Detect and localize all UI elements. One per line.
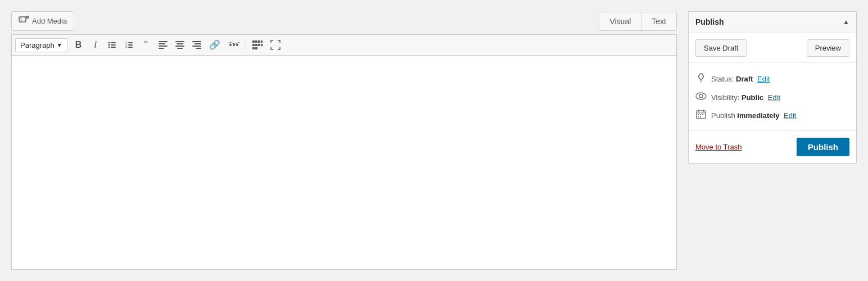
svg-point-1 — [21, 18, 22, 19]
editor-section: Add Media Visual Text Paragraph ▼ B I — [11, 11, 677, 270]
svg-rect-13 — [128, 42, 133, 43]
status-value: Draft — [736, 75, 753, 83]
editor-top-bar: Add Media Visual Text — [11, 11, 677, 31]
paragraph-dropdown-icon: ▼ — [57, 42, 62, 48]
svg-rect-52 — [698, 114, 699, 115]
svg-rect-55 — [698, 116, 699, 117]
svg-rect-22 — [175, 41, 184, 42]
svg-rect-9 — [111, 44, 116, 46]
svg-rect-33 — [252, 40, 255, 43]
svg-rect-28 — [192, 46, 201, 47]
status-edit-link[interactable]: Edit — [757, 75, 770, 83]
preview-button[interactable]: Preview — [807, 39, 849, 57]
editor-toolbar: Paragraph ▼ B I 1. 2. — [11, 34, 677, 55]
svg-rect-54 — [702, 114, 703, 115]
publish-header: Publish ▲ — [689, 12, 856, 33]
svg-rect-7 — [111, 42, 116, 43]
align-left-button[interactable] — [155, 37, 171, 53]
sidebar: Publish ▲ Save Draft Preview — [688, 11, 857, 270]
svg-point-8 — [108, 44, 110, 46]
tab-text[interactable]: Text — [641, 12, 676, 30]
svg-rect-23 — [177, 43, 183, 44]
publish-box: Publish ▲ Save Draft Preview — [688, 11, 857, 164]
add-media-icon — [19, 15, 29, 27]
publish-time-label: Publish — [711, 111, 735, 120]
svg-rect-29 — [196, 48, 201, 49]
bold-button[interactable]: B — [71, 37, 87, 53]
editor-content-area[interactable] — [11, 55, 677, 270]
visibility-edit-link[interactable]: Edit — [768, 93, 780, 102]
svg-rect-11 — [111, 47, 116, 48]
publish-meta: Status: Draft Edit Visibility: — [689, 63, 856, 131]
svg-text:3.: 3. — [125, 45, 128, 48]
svg-point-32 — [236, 44, 238, 46]
publish-button[interactable]: Publish — [797, 138, 849, 156]
status-text: Status: Draft Edit — [711, 75, 770, 83]
svg-point-30 — [229, 44, 232, 46]
svg-rect-17 — [128, 47, 133, 48]
status-row: Status: Draft Edit — [695, 69, 849, 89]
publish-collapse-button[interactable]: ▲ — [843, 18, 849, 26]
toolbar-toggle-button[interactable] — [249, 37, 266, 53]
svg-rect-24 — [175, 46, 184, 47]
svg-rect-34 — [255, 40, 257, 43]
unordered-list-button[interactable] — [105, 37, 120, 53]
status-icon — [695, 72, 707, 85]
svg-rect-18 — [159, 41, 168, 42]
visibility-value: Public — [742, 93, 763, 102]
svg-rect-39 — [258, 44, 260, 46]
svg-point-47 — [699, 94, 703, 98]
publish-time-text: Publish immediately Edit — [711, 111, 796, 120]
visibility-label: Visibility: — [711, 93, 739, 102]
publish-footer: Move to Trash Publish — [689, 131, 856, 163]
publish-time-icon — [695, 109, 707, 121]
publish-actions: Save Draft Preview — [689, 33, 856, 63]
publish-box-title: Publish — [695, 17, 724, 26]
svg-point-10 — [108, 47, 110, 48]
add-media-button[interactable]: Add Media — [11, 11, 74, 31]
svg-point-46 — [696, 93, 706, 99]
svg-marker-2 — [19, 20, 26, 22]
dinkus-button[interactable] — [225, 37, 243, 53]
fullscreen-button[interactable] — [267, 37, 284, 53]
tab-visual[interactable]: Visual — [599, 12, 641, 30]
svg-rect-37 — [252, 44, 255, 46]
svg-rect-56 — [700, 116, 701, 117]
svg-point-6 — [108, 42, 110, 44]
visibility-row: Visibility: Public Edit — [695, 89, 849, 106]
paragraph-format-label: Paragraph — [20, 41, 55, 49]
svg-rect-20 — [159, 46, 168, 47]
visibility-icon — [695, 92, 707, 102]
svg-rect-38 — [255, 44, 257, 46]
view-tabs: Visual Text — [599, 12, 677, 31]
paragraph-format-select[interactable]: Paragraph ▼ — [15, 38, 67, 52]
svg-rect-26 — [192, 41, 201, 42]
align-center-button[interactable] — [172, 37, 188, 53]
blockquote-button[interactable]: " — [138, 37, 154, 53]
svg-rect-15 — [128, 44, 133, 46]
visibility-text: Visibility: Public Edit — [711, 93, 780, 102]
svg-rect-21 — [159, 48, 164, 49]
italic-button[interactable]: I — [88, 37, 103, 53]
save-draft-button[interactable]: Save Draft — [695, 39, 747, 57]
ordered-list-button[interactable]: 1. 2. 3. — [121, 37, 137, 53]
insert-link-button[interactable]: 🔗 — [206, 37, 224, 53]
svg-rect-25 — [177, 48, 183, 49]
svg-point-44 — [699, 74, 703, 79]
move-to-trash-link[interactable]: Move to Trash — [695, 143, 742, 151]
svg-rect-41 — [252, 47, 255, 49]
svg-rect-42 — [255, 47, 257, 49]
svg-rect-53 — [700, 114, 701, 115]
svg-rect-40 — [261, 44, 263, 46]
svg-rect-19 — [159, 43, 165, 44]
align-right-button[interactable] — [189, 37, 205, 53]
svg-rect-36 — [261, 40, 263, 43]
toolbar-separator — [246, 39, 246, 51]
svg-rect-35 — [258, 40, 260, 43]
publish-time-value: immediately — [737, 111, 779, 120]
publish-time-edit-link[interactable]: Edit — [784, 111, 796, 120]
add-media-label: Add Media — [32, 17, 67, 25]
publish-time-row: Publish immediately Edit — [695, 106, 849, 125]
svg-rect-27 — [195, 43, 201, 44]
status-label: Status: — [711, 75, 734, 83]
